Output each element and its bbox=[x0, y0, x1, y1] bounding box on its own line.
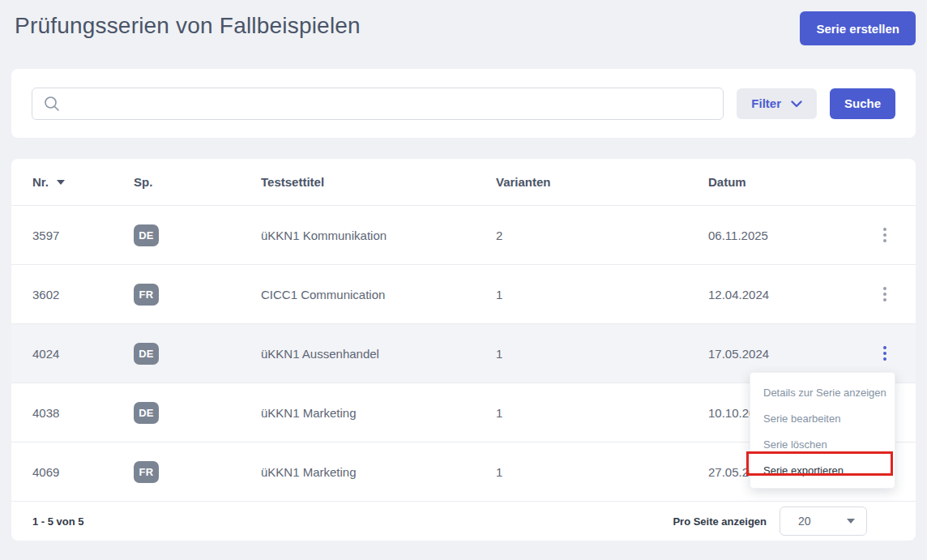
language-badge: FR bbox=[134, 284, 159, 306]
search-panel: Filter Suche bbox=[11, 69, 916, 138]
context-menu-item-label: Details zur Serie anzeigen bbox=[763, 387, 886, 399]
page-title: Prüfungsserien von Fallbeispielen bbox=[15, 13, 361, 39]
context-menu-item[interactable]: Serie exportieren bbox=[750, 457, 895, 483]
column-header-testsettitel: Testsettitel bbox=[261, 175, 496, 189]
column-header-sp-label: Sp. bbox=[134, 175, 152, 189]
cell-date: 12.04.2024 bbox=[708, 288, 874, 301]
table-row[interactable]: 3597 DE üKKN1 Kommunikation 2 06.11.2025 bbox=[11, 206, 916, 265]
context-menu: Details zur Serie anzeigen Serie bearbei… bbox=[750, 372, 895, 489]
cell-title: üKKN1 Marketing bbox=[261, 406, 496, 420]
context-menu-item[interactable]: Details zur Serie anzeigen bbox=[750, 379, 895, 405]
cell-variants: 1 bbox=[496, 288, 708, 301]
table-header-row: Nr. Sp. Testsettitel Varianten Datum bbox=[11, 159, 916, 206]
per-page-label: Pro Seite anzeigen bbox=[673, 515, 767, 528]
language-badge: DE bbox=[134, 402, 159, 424]
column-header-datum: Datum bbox=[708, 175, 874, 189]
search-submit-button[interactable]: Suche bbox=[830, 88, 895, 119]
column-header-datum-label: Datum bbox=[708, 175, 746, 189]
context-menu-item-label: Serie löschen bbox=[763, 438, 827, 451]
column-header-sp: Sp. bbox=[134, 175, 261, 189]
filter-button[interactable]: Filter bbox=[737, 88, 817, 119]
cell-title: üKKN1 Kommunikation bbox=[261, 229, 496, 242]
column-header-nr[interactable]: Nr. bbox=[32, 175, 134, 189]
search-input[interactable] bbox=[32, 88, 724, 120]
row-actions-kebab-icon[interactable] bbox=[877, 223, 893, 247]
cell-language: FR bbox=[134, 284, 261, 306]
search-field-wrap bbox=[32, 88, 724, 120]
cell-language: DE bbox=[134, 224, 261, 246]
cell-nr: 3597 bbox=[32, 229, 134, 242]
cell-language: FR bbox=[134, 461, 261, 483]
column-header-nr-label: Nr. bbox=[32, 175, 49, 189]
cell-title: üKKN1 Marketing bbox=[261, 465, 496, 479]
select-caret-icon bbox=[847, 519, 855, 524]
table-footer: 1 - 5 von 5 Pro Seite anzeigen 20 bbox=[11, 502, 916, 541]
cell-nr: 4069 bbox=[32, 465, 134, 479]
context-menu-item-label: Serie exportieren bbox=[763, 464, 844, 477]
cell-nr: 4024 bbox=[32, 347, 134, 361]
row-actions-kebab-icon[interactable] bbox=[877, 341, 893, 365]
per-page-value: 20 bbox=[798, 515, 811, 528]
cell-variants: 1 bbox=[496, 406, 708, 420]
create-series-button[interactable]: Serie erstellen bbox=[800, 11, 916, 45]
cell-variants: 2 bbox=[496, 229, 708, 242]
context-menu-item-label: Serie bearbeiten bbox=[763, 413, 840, 425]
cell-variants: 1 bbox=[496, 347, 708, 361]
per-page-select[interactable]: 20 bbox=[780, 507, 867, 536]
sort-desc-icon bbox=[57, 180, 65, 185]
row-actions-kebab-icon[interactable] bbox=[877, 282, 893, 306]
chevron-down-icon bbox=[791, 96, 802, 110]
cell-date: 17.05.2024 bbox=[708, 347, 874, 361]
column-header-varianten: Varianten bbox=[496, 175, 708, 189]
context-menu-item[interactable]: Serie löschen bbox=[750, 431, 895, 457]
cell-title: üKKN1 Aussenhandel bbox=[261, 347, 496, 361]
context-menu-item[interactable]: Serie bearbeiten bbox=[750, 405, 895, 431]
cell-title: CICC1 Communication bbox=[261, 288, 496, 301]
language-badge: DE bbox=[134, 343, 159, 365]
cell-date: 06.11.2025 bbox=[708, 229, 874, 242]
table-row[interactable]: 3602 FR CICC1 Communication 1 12.04.2024 bbox=[11, 265, 916, 324]
column-header-testsettitel-label: Testsettitel bbox=[261, 175, 324, 189]
results-range-label: 1 - 5 von 5 bbox=[32, 515, 84, 528]
filter-button-label: Filter bbox=[751, 96, 781, 110]
cell-nr: 3602 bbox=[32, 288, 134, 301]
column-header-varianten-label: Varianten bbox=[496, 175, 551, 189]
cell-language: DE bbox=[134, 402, 261, 424]
language-badge: FR bbox=[134, 461, 159, 483]
language-badge: DE bbox=[134, 224, 159, 246]
cell-language: DE bbox=[134, 343, 261, 365]
cell-variants: 1 bbox=[496, 465, 708, 479]
cell-nr: 4038 bbox=[32, 406, 134, 420]
